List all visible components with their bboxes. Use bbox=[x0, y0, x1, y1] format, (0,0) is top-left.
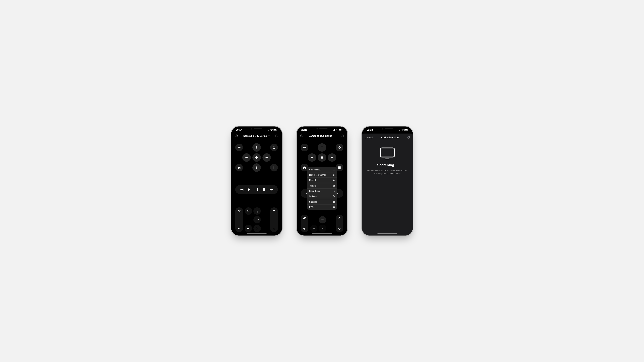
captions-button[interactable] bbox=[235, 144, 243, 151]
svg-point-8 bbox=[236, 135, 236, 136]
svg-point-31 bbox=[258, 220, 258, 220]
fast-forward-button[interactable] bbox=[268, 188, 275, 191]
svg-point-65 bbox=[333, 180, 334, 181]
svg-point-27 bbox=[257, 210, 258, 210]
searching-heading: Searching… bbox=[377, 163, 398, 167]
device-selector[interactable]: Samsung Q80 Series bbox=[309, 134, 335, 137]
volume-down-button[interactable] bbox=[303, 227, 306, 230]
dpad-right[interactable] bbox=[262, 153, 271, 162]
svg-rect-15 bbox=[273, 166, 273, 167]
menu-item-label: Sleep Timer bbox=[309, 190, 320, 192]
svg-rect-28 bbox=[257, 211, 258, 213]
svg-point-61 bbox=[333, 170, 333, 170]
play-button[interactable] bbox=[246, 188, 253, 191]
menu-item-epg[interactable]: EPG bbox=[307, 205, 337, 210]
dpad-ok[interactable] bbox=[252, 153, 261, 162]
settings-button[interactable] bbox=[340, 134, 344, 138]
settings-button[interactable] bbox=[275, 134, 279, 138]
svg-rect-22 bbox=[274, 168, 274, 169]
volume-down-button[interactable] bbox=[238, 227, 241, 230]
stop-button[interactable] bbox=[260, 188, 268, 191]
svg-point-30 bbox=[257, 220, 258, 220]
svg-rect-51 bbox=[339, 168, 340, 168]
device-selector[interactable]: Samsung Q80 Series bbox=[243, 134, 270, 137]
channel-down-button[interactable] bbox=[338, 228, 341, 230]
cancel-button[interactable]: Cancel bbox=[365, 136, 373, 139]
playback-bar bbox=[235, 185, 278, 194]
svg-point-42 bbox=[341, 134, 344, 137]
dpad-left[interactable] bbox=[242, 153, 251, 162]
svg-rect-62 bbox=[333, 170, 335, 170]
menu-item-label: EPG bbox=[309, 206, 314, 208]
svg-rect-16 bbox=[274, 166, 274, 167]
status-time: 20:18 bbox=[367, 128, 373, 131]
home-button[interactable] bbox=[235, 164, 243, 172]
back-button[interactable] bbox=[245, 225, 252, 232]
svg-point-63 bbox=[333, 170, 333, 170]
menu-item-channel-list[interactable]: Channel List bbox=[307, 167, 337, 172]
mute-button[interactable] bbox=[245, 207, 252, 215]
power-button[interactable] bbox=[270, 144, 278, 151]
dpad-up[interactable] bbox=[252, 143, 261, 152]
screenshot-stage: 20:17 Samsung Q80 Series bbox=[220, 116, 424, 246]
clock-icon bbox=[333, 190, 335, 192]
exit-button[interactable] bbox=[254, 225, 261, 232]
exit-button[interactable] bbox=[319, 225, 326, 232]
info-button[interactable] bbox=[300, 134, 304, 138]
dpad-up[interactable] bbox=[318, 143, 326, 152]
menu-item-record[interactable]: Record bbox=[307, 178, 337, 183]
battery-icon bbox=[404, 129, 408, 131]
swap-icon bbox=[333, 174, 335, 176]
svg-rect-6 bbox=[277, 130, 277, 130]
menu-item-sleep-timer[interactable]: Sleep Timer bbox=[307, 188, 337, 194]
context-menu: Channel ListReturn to ChannelRecordTelet… bbox=[307, 167, 337, 210]
menu-item-label: Record bbox=[309, 179, 316, 181]
guide-icon bbox=[333, 206, 335, 208]
device-name: Samsung Q80 Series bbox=[243, 134, 267, 137]
dpad-down[interactable] bbox=[252, 164, 261, 172]
svg-rect-82 bbox=[408, 130, 408, 130]
dpad-ok[interactable] bbox=[318, 153, 326, 162]
svg-rect-49 bbox=[340, 166, 340, 167]
menu-item-label: Subtitles bbox=[309, 201, 317, 203]
power-button[interactable] bbox=[336, 144, 343, 151]
svg-rect-50 bbox=[338, 168, 339, 168]
volume-up-button[interactable] bbox=[238, 209, 241, 212]
refresh-button[interactable] bbox=[407, 136, 410, 139]
captions-button[interactable] bbox=[301, 144, 308, 151]
channel-up-button[interactable] bbox=[273, 209, 276, 211]
more-button[interactable] bbox=[319, 216, 326, 224]
status-time: 20:18 bbox=[301, 128, 308, 131]
channel-down-button[interactable] bbox=[273, 228, 276, 230]
pause-button[interactable] bbox=[253, 188, 260, 191]
svg-rect-46 bbox=[304, 148, 305, 148]
home-indicator bbox=[377, 234, 398, 234]
dpad-right[interactable] bbox=[328, 153, 336, 162]
menu-item-settings[interactable]: Settings bbox=[307, 194, 337, 200]
svg-rect-43 bbox=[304, 146, 306, 148]
info-action-button[interactable] bbox=[254, 207, 261, 215]
volume-up-button[interactable] bbox=[303, 217, 306, 220]
menu-item-return-to-channel[interactable]: Return to Channel bbox=[307, 172, 337, 178]
svg-rect-24 bbox=[256, 188, 256, 191]
info-button[interactable] bbox=[234, 134, 238, 138]
svg-rect-18 bbox=[273, 168, 273, 168]
channel-up-button[interactable] bbox=[338, 217, 341, 219]
tv-icon bbox=[380, 147, 395, 160]
apps-button[interactable] bbox=[270, 164, 278, 172]
svg-rect-13 bbox=[239, 147, 240, 148]
svg-rect-11 bbox=[238, 146, 240, 148]
back-button[interactable] bbox=[310, 225, 318, 232]
volume-rocker bbox=[235, 207, 243, 232]
subtitle-icon bbox=[333, 201, 335, 203]
menu-item-subtitles[interactable]: Subtitles bbox=[307, 200, 337, 205]
battery-icon bbox=[339, 129, 343, 131]
rewind-button[interactable] bbox=[238, 188, 246, 191]
dpad-left[interactable] bbox=[308, 153, 316, 162]
svg-rect-66 bbox=[333, 185, 335, 186]
svg-rect-48 bbox=[339, 166, 340, 167]
menu-item-label: Return to Channel bbox=[309, 174, 326, 176]
more-button[interactable] bbox=[254, 216, 261, 224]
svg-rect-41 bbox=[302, 136, 302, 136]
menu-item-teletext[interactable]: Teletext bbox=[307, 183, 337, 188]
